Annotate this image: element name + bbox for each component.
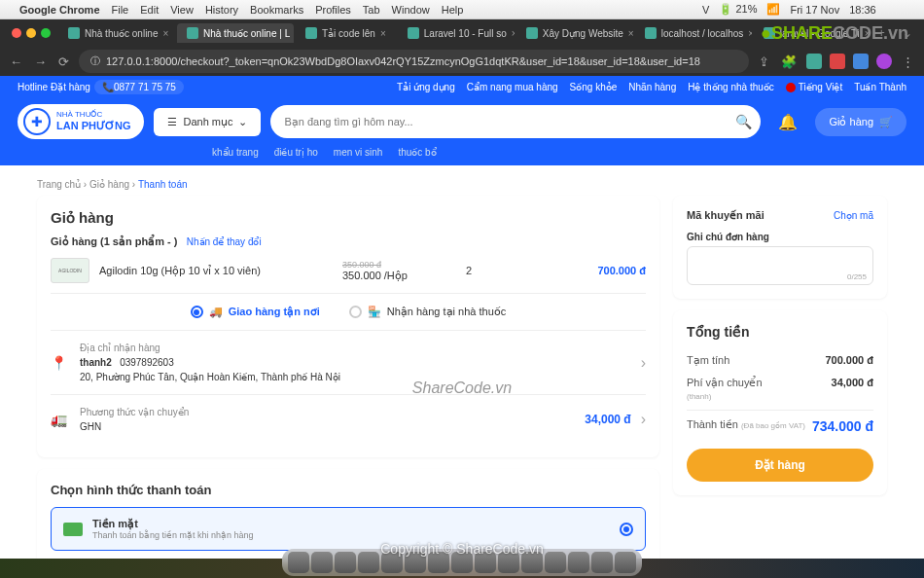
menu-icon[interactable]: ⋮ bbox=[900, 53, 916, 71]
dock-app[interactable] bbox=[311, 552, 333, 573]
forward-button[interactable]: → bbox=[32, 53, 49, 71]
menu-edit[interactable]: Edit bbox=[140, 4, 159, 16]
dock-app[interactable] bbox=[568, 552, 589, 573]
menu-profiles[interactable]: Profiles bbox=[315, 4, 351, 16]
cart-button[interactable]: Giỏ hàng 🛒 bbox=[815, 108, 906, 136]
dock-app[interactable] bbox=[498, 552, 519, 573]
search-bar[interactable]: 🔍 bbox=[270, 105, 761, 138]
delivery-options: 🚚 Giao hàng tận nơi 🏪 Nhận hàng tại nhà … bbox=[51, 293, 646, 330]
change-cart-link[interactable]: Nhấn để thay đổi bbox=[187, 236, 262, 247]
share-icon[interactable]: ⇪ bbox=[757, 53, 771, 71]
app-name[interactable]: Google Chrome bbox=[19, 4, 100, 16]
top-link[interactable]: Hệ thống nhà thuốc bbox=[688, 82, 774, 92]
browser-tab[interactable]: Laravel 10 - Full so× bbox=[398, 23, 515, 43]
battery: 🔋 21% bbox=[719, 3, 757, 16]
dock-app[interactable] bbox=[358, 552, 379, 573]
category-link[interactable]: thuốc bổ bbox=[398, 147, 436, 158]
address-bar[interactable]: ⓘ 127.0.0.1:8000/checkout?_token=qnOk23W… bbox=[79, 50, 749, 73]
dock-app[interactable] bbox=[381, 552, 403, 573]
radio-icon bbox=[349, 306, 362, 318]
maximize-window[interactable] bbox=[41, 28, 51, 38]
crumb[interactable]: Trang chủ bbox=[37, 179, 81, 190]
category-link[interactable]: khẩu trang bbox=[212, 147, 259, 158]
close-window[interactable] bbox=[12, 28, 21, 38]
browser-tab[interactable]: Xây Dựng Website× bbox=[516, 23, 633, 43]
dock-app[interactable] bbox=[475, 552, 496, 573]
profile-avatar[interactable] bbox=[876, 54, 892, 69]
minimize-window[interactable] bbox=[26, 28, 36, 38]
close-icon[interactable]: × bbox=[380, 28, 386, 39]
top-link[interactable]: Sống khỏe bbox=[570, 82, 618, 92]
watermark-logo: ●SHARECODE.vn bbox=[761, 23, 908, 44]
delivery-home-option[interactable]: 🚚 Giao hàng tận nơi bbox=[191, 306, 320, 318]
dock-app[interactable] bbox=[335, 552, 356, 573]
menu-file[interactable]: File bbox=[112, 4, 129, 16]
language-selector[interactable]: Tiếng Việt bbox=[786, 82, 842, 92]
extensions-icon[interactable]: 🧩 bbox=[779, 53, 799, 71]
menu-window[interactable]: Window bbox=[392, 4, 430, 16]
promo-card: Mã khuyến mãi Chọn mã Ghi chú đơn hàng 0… bbox=[673, 196, 887, 299]
dock-app[interactable] bbox=[405, 552, 426, 573]
chevron-right-icon: › bbox=[641, 411, 646, 428]
dock-app[interactable] bbox=[591, 552, 613, 573]
browser-tab[interactable]: localhost / localhos× bbox=[635, 23, 752, 43]
menu-history[interactable]: History bbox=[205, 4, 238, 16]
delivery-pickup-option[interactable]: 🏪 Nhận hàng tại nhà thuốc bbox=[349, 306, 507, 318]
wifi-icon[interactable]: 📶 bbox=[766, 3, 780, 16]
browser-tab[interactable]: Nhà thuốc online× bbox=[58, 23, 175, 43]
menu-help[interactable]: Help bbox=[442, 4, 464, 16]
menu-view[interactable]: View bbox=[170, 4, 194, 16]
back-button[interactable]: ← bbox=[8, 53, 24, 71]
logo[interactable]: ✚ NHÀ THUỐCLAN PHƯƠNG bbox=[18, 104, 144, 139]
menu-bookmarks[interactable]: Bookmarks bbox=[250, 4, 303, 16]
payment-title: Chọn hình thức thanh toán bbox=[51, 483, 646, 497]
shipping-row[interactable]: 🚛 Phương thức vận chuyển GHN 34,000 đ › bbox=[51, 394, 646, 444]
promo-link[interactable]: Chọn mã bbox=[834, 210, 873, 221]
traffic-lights[interactable] bbox=[6, 28, 56, 38]
menu-icon: ☰ bbox=[167, 116, 177, 128]
store-icon: 🏪 bbox=[368, 306, 381, 318]
top-link[interactable]: Nhãn hàng bbox=[628, 82, 676, 92]
extension-icon[interactable] bbox=[806, 54, 822, 69]
close-icon[interactable]: × bbox=[628, 28, 633, 39]
category-link[interactable]: điều trị ho bbox=[274, 147, 318, 158]
note-textarea[interactable]: 0/255 bbox=[687, 246, 873, 285]
extension-icon[interactable] bbox=[853, 54, 869, 69]
close-icon[interactable]: × bbox=[163, 28, 169, 39]
cash-icon bbox=[63, 523, 83, 536]
dock-app[interactable] bbox=[545, 552, 566, 573]
info-icon[interactable]: ⓘ bbox=[90, 54, 100, 68]
close-icon[interactable]: × bbox=[748, 28, 752, 39]
hotline-label: Hotline Đặt hàng bbox=[18, 82, 90, 92]
crumb[interactable]: Giỏ hàng bbox=[89, 179, 129, 190]
close-icon[interactable]: × bbox=[512, 28, 515, 39]
extension-icon[interactable] bbox=[830, 54, 845, 69]
browser-tab[interactable]: Nhà thuốc online | L× bbox=[177, 23, 294, 43]
dock-app[interactable] bbox=[451, 552, 473, 573]
top-link[interactable]: Tải ứng dụng bbox=[397, 82, 455, 92]
search-input[interactable] bbox=[284, 116, 729, 127]
menu-tab[interactable]: Tab bbox=[363, 4, 380, 16]
radio-icon bbox=[191, 306, 203, 318]
notifications-icon[interactable]: 🔔 bbox=[770, 113, 805, 131]
reload-button[interactable]: ⟳ bbox=[56, 53, 71, 71]
dock-app[interactable] bbox=[428, 552, 449, 573]
top-link[interactable]: Cẩm nang mua hàng bbox=[467, 82, 558, 92]
payment-option-cash[interactable]: Tiền mặt Thanh toán bằng tiền mặt khi nh… bbox=[51, 507, 646, 551]
dock-app[interactable] bbox=[288, 552, 309, 573]
dock-app[interactable] bbox=[521, 552, 543, 573]
user-name[interactable]: Tuấn Thành bbox=[854, 82, 906, 92]
vpn-icon[interactable]: V bbox=[702, 4, 709, 16]
browser-tab[interactable]: Tải code lên× bbox=[296, 23, 396, 43]
hotline[interactable]: 📞0877 71 75 75 bbox=[94, 80, 184, 94]
truck-icon: 🚛 bbox=[51, 412, 70, 427]
place-order-button[interactable]: Đặt hàng bbox=[687, 449, 873, 482]
search-button[interactable]: 🔍 bbox=[729, 108, 757, 135]
address-row[interactable]: 📍 Địa chỉ nhận hàng thanh2 0397892603 20… bbox=[51, 330, 646, 394]
totals-card: Tổng tiền Tạm tính 700.000 đ Phí vận chu… bbox=[673, 310, 887, 495]
cart-title: Giỏ hàng bbox=[51, 209, 646, 227]
note-label: Ghi chú đơn hàng bbox=[687, 232, 873, 242]
category-link[interactable]: men vi sinh bbox=[334, 147, 383, 158]
category-button[interactable]: ☰ Danh mục ⌄ bbox=[154, 108, 261, 136]
dock-app[interactable] bbox=[615, 552, 636, 573]
